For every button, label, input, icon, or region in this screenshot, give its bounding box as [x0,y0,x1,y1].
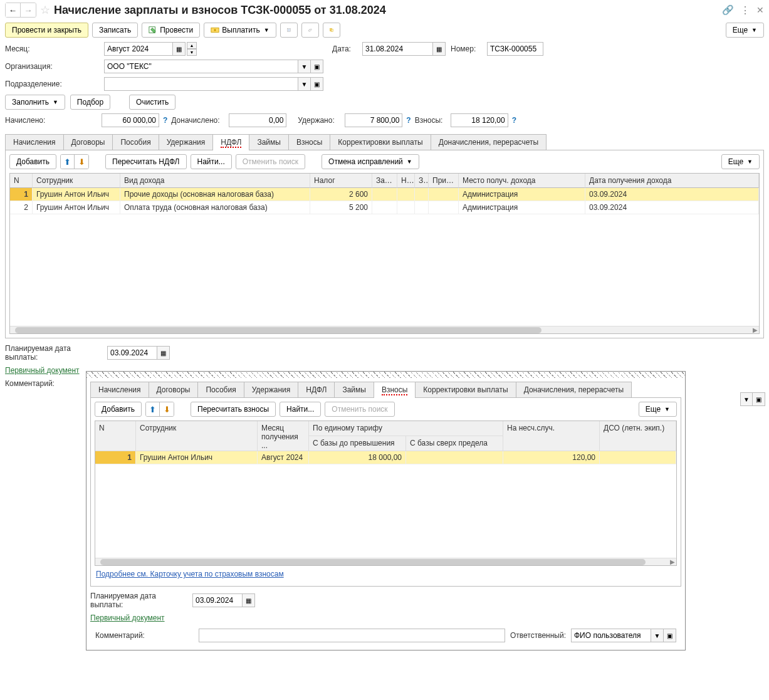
withheld-value[interactable] [345,113,402,127]
calendar-icon[interactable]: ▦ [433,42,446,56]
svg-rect-8 [331,29,333,32]
paperclip-icon [308,26,312,34]
tab-ndfl[interactable]: НДФЛ [298,382,335,394]
col-n2[interactable]: Н... [397,174,415,188]
more-button[interactable]: Еще▼ [721,154,760,169]
grid-scrollbar[interactable]: ▶ [10,326,759,333]
tab-accruals[interactable]: Начисления [5,134,64,150]
help-icon[interactable]: ? [163,116,167,125]
col-zach[interactable]: Зач... [372,174,397,188]
col-note[interactable]: Прим... [429,174,459,188]
org-label: Организация: [5,62,99,71]
open-icon[interactable]: ▣ [753,392,765,394]
additional-label: Доначислено: [171,116,221,125]
attach-button[interactable] [301,23,319,38]
tab-deductions[interactable]: Удержания [244,382,299,394]
number-label: Номер: [451,44,482,53]
dept-input[interactable] [104,77,298,91]
tab-accruals[interactable]: Начисления [90,382,149,394]
open-icon[interactable]: ▣ [311,77,323,91]
col-tax[interactable]: Налог [310,174,372,188]
additional-value[interactable] [229,113,286,127]
close-icon[interactable]: ✕ [756,5,764,15]
lines-icon [287,26,291,34]
col-income-type[interactable]: Вид дохода [120,174,310,188]
more-button[interactable]: Еще▼ [726,23,764,38]
month-up-button[interactable]: ▲ [187,42,197,49]
date-input[interactable] [362,42,433,56]
link-icon[interactable]: 🔗 [722,4,734,16]
primary-doc-link[interactable]: Первичный документ [5,366,80,375]
org-input[interactable] [104,60,298,73]
pay-icon [211,26,219,34]
save-button[interactable]: Записать [92,23,138,38]
tab-loans[interactable]: Займы [334,382,374,394]
page-title: Начисление зарплаты и взносов ТСЗК-00005… [54,4,718,17]
doc-swap-icon [330,26,333,34]
contrib-value[interactable] [451,113,508,127]
more-menu-icon[interactable]: ⋮ [740,4,750,16]
tab-loans[interactable]: Займы [249,134,289,150]
post-button[interactable]: Провести [142,23,200,38]
plan-date-input[interactable] [107,346,157,360]
chevron-down-icon: ▼ [264,27,269,33]
tab-corrections[interactable]: Корректировки выплаты [330,134,431,150]
cancel-fix-button[interactable]: Отмена исправлений▼ [322,154,419,169]
accrued-value[interactable] [102,113,159,127]
fill-button[interactable]: Заполнить▼ [5,95,65,110]
tab-benefits[interactable]: Пособия [112,134,159,150]
tab-additional[interactable]: Доначисления, перерасчеты [431,134,547,150]
tab-contributions[interactable]: Взносы [374,382,416,394]
svg-point-2 [214,29,217,31]
tab-additional[interactable]: Доначисления, перерасчеты [516,382,632,394]
find-button[interactable]: Найти... [191,154,232,169]
add-button[interactable]: Добавить [9,154,56,169]
col-employee[interactable]: Сотрудник [33,174,120,188]
tab-contracts[interactable]: Договоры [149,382,199,394]
col-n[interactable]: N [10,174,33,188]
tab-contracts[interactable]: Договоры [63,134,113,150]
ndfl-grid: N Сотрудник Вид дохода Налог Зач... Н...… [9,173,760,334]
table-row[interactable]: 2 Грушин Антон Ильич Оплата труда (основ… [10,201,759,214]
number-input[interactable] [487,42,543,56]
move-up-button[interactable]: ⬆ [61,155,75,169]
table-row[interactable]: 1 Грушин Антон Ильич Прочие доходы (осно… [10,188,759,201]
select-button[interactable]: Подбор [70,95,110,110]
clear-button[interactable]: Очистить [129,95,175,110]
nav-forward-button[interactable]: → [21,3,36,17]
cancel-search-button[interactable]: Отменить поиск [236,154,305,169]
dept-label: Подразделение: [5,80,99,88]
help-icon[interactable]: ? [406,116,411,125]
report-button[interactable] [280,23,298,38]
post-icon [149,26,157,34]
dropdown-icon[interactable]: ▼ [298,60,311,73]
calendar-icon[interactable]: ▦ [173,42,186,56]
help-icon[interactable]: ? [512,116,516,125]
tab-corrections[interactable]: Корректировки выплаты [415,382,516,394]
post-and-close-button[interactable]: Провести и закрыть [5,23,88,38]
dropdown-icon[interactable]: ▼ [298,77,311,91]
month-input[interactable] [104,42,173,56]
tab-benefits[interactable]: Пособия [197,382,244,394]
contrib-label: Взносы: [415,116,443,125]
tabs-overlay: Начисления Договоры Пособия Удержания НД… [90,382,681,394]
accrued-label: Начислено: [5,116,99,125]
tab-ndfl[interactable]: НДФЛ [212,134,249,150]
col-place[interactable]: Место получ. дохода [459,174,585,188]
interaction-button[interactable] [323,23,340,38]
favorite-star-icon[interactable]: ☆ [40,3,50,17]
col-date[interactable]: Дата получения дохода [585,174,759,188]
nav-back-button[interactable]: ← [6,3,21,17]
recalc-ndfl-button[interactable]: Пересчитать НДФЛ [105,154,186,169]
move-down-button[interactable]: ⬇ [75,155,88,169]
tab-contributions[interactable]: Взносы [288,134,330,150]
month-down-button[interactable]: ▼ [187,49,197,56]
month-label: Месяц: [5,44,99,53]
calendar-icon[interactable]: ▦ [157,346,170,360]
dropdown-icon[interactable]: ▼ [740,392,753,394]
open-icon[interactable]: ▣ [311,60,323,73]
nav-buttons: ← → [5,3,36,18]
pay-button[interactable]: Выплатить ▼ [204,23,276,38]
col-z[interactable]: З. [415,174,429,188]
tab-deductions[interactable]: Удержания [159,134,214,150]
